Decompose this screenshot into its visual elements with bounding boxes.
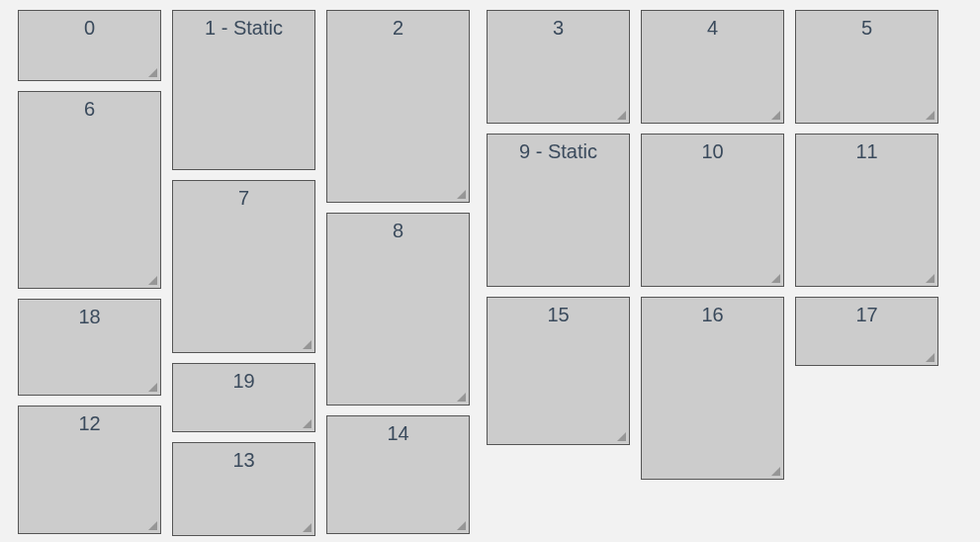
grid-item-label: 12 <box>78 412 100 434</box>
grid-item-label: 1 - Static <box>205 17 283 39</box>
grid-item-label: 18 <box>78 306 100 327</box>
grid-item-7[interactable]: 7 <box>172 180 315 353</box>
grid-item-5[interactable]: 5 <box>795 10 938 124</box>
grid-item-17[interactable]: 17 <box>795 297 938 366</box>
grid-item-label: 7 <box>238 187 249 209</box>
grid-item-label: 15 <box>547 304 569 325</box>
grid-item-label: 4 <box>707 17 718 39</box>
grid-item-label: 6 <box>84 98 95 120</box>
grid-item-label: 8 <box>393 220 403 241</box>
grid-item-label: 13 <box>232 449 254 471</box>
grid-container: 01 - Static23456789 - Static101112131415… <box>0 0 980 542</box>
grid-item-15[interactable]: 15 <box>487 297 630 445</box>
grid-item-2[interactable]: 2 <box>326 10 470 203</box>
grid-item-3[interactable]: 3 <box>487 10 630 124</box>
grid-item-label: 17 <box>855 304 877 325</box>
grid-item-9: 9 - Static <box>487 134 630 287</box>
grid-item-label: 10 <box>701 140 723 162</box>
grid-item-8[interactable]: 8 <box>326 213 470 406</box>
grid-item-label: 2 <box>393 17 403 39</box>
grid-item-19[interactable]: 19 <box>172 363 315 432</box>
grid-item-14[interactable]: 14 <box>326 415 470 534</box>
grid-item-12[interactable]: 12 <box>18 406 161 534</box>
grid-item-label: 9 - Static <box>519 140 597 162</box>
grid-item-label: 0 <box>84 17 95 39</box>
grid-item-label: 11 <box>855 140 877 162</box>
grid-item-10[interactable]: 10 <box>641 134 784 287</box>
grid-item-label: 14 <box>387 422 408 444</box>
grid-item-label: 16 <box>701 304 723 325</box>
grid-item-label: 5 <box>861 17 872 39</box>
grid-item-13[interactable]: 13 <box>172 442 315 536</box>
grid-item-16[interactable]: 16 <box>641 297 784 480</box>
grid-item-11[interactable]: 11 <box>795 134 938 287</box>
grid-item-1: 1 - Static <box>172 10 315 170</box>
grid-item-4[interactable]: 4 <box>641 10 784 124</box>
grid-item-0[interactable]: 0 <box>18 10 161 81</box>
grid-item-label: 3 <box>553 17 564 39</box>
grid-item-label: 19 <box>232 370 254 392</box>
grid-item-6[interactable]: 6 <box>18 91 161 289</box>
grid-item-18[interactable]: 18 <box>18 299 161 396</box>
